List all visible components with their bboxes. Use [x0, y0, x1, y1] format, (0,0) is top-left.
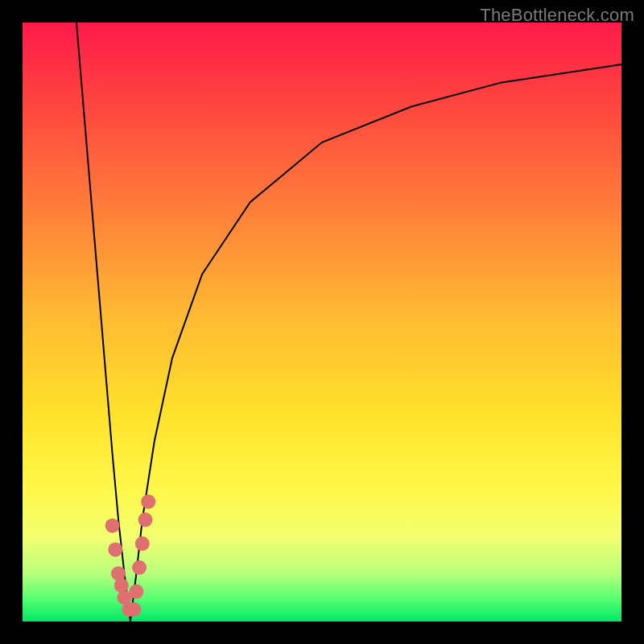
bottleneck-curve [76, 23, 621, 621]
marker-group [105, 494, 156, 617]
bottleneck-curve-path [76, 23, 621, 621]
data-marker [105, 518, 120, 533]
chart-frame: TheBottleneck.com [0, 0, 644, 644]
data-marker [141, 494, 155, 509]
plot-area [23, 23, 621, 621]
data-marker [132, 560, 147, 575]
data-marker [135, 536, 150, 551]
data-marker [108, 543, 122, 557]
data-marker [129, 584, 143, 599]
data-marker [126, 602, 141, 617]
data-marker [138, 513, 153, 527]
curve-svg [23, 23, 621, 621]
